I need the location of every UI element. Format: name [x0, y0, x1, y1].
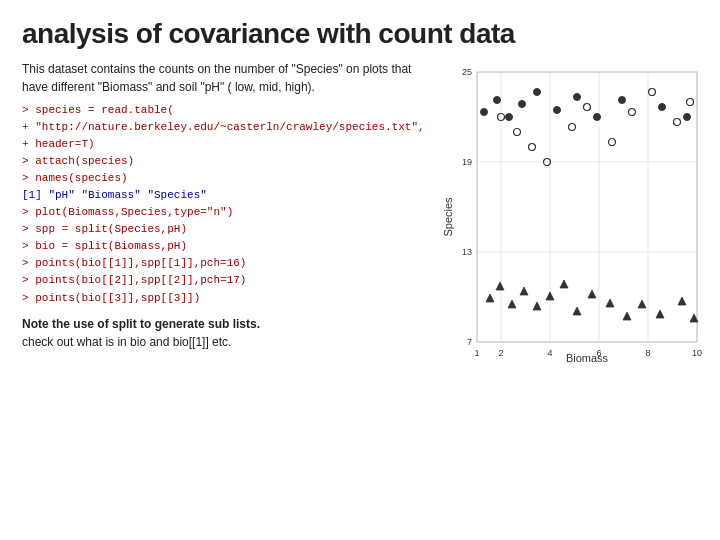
code-line-7: > plot(Biomass,Species,type="n")	[22, 204, 432, 221]
code-line-10: > points(bio[[1]],spp[[1]],pch=16)	[22, 255, 432, 272]
description-text: This dataset contains the counts on the …	[22, 60, 432, 96]
point-filled-circle	[619, 97, 626, 104]
code-line-2: + "http://nature.berkeley.edu/~casterln/…	[22, 119, 432, 136]
code-line-12: > points(bio[[3]],spp[[3]])	[22, 290, 432, 307]
point-filled-circle	[594, 114, 601, 121]
code-line-6: [1] "pH" "Biomass" "Species"	[22, 187, 432, 204]
point-filled-circle	[554, 107, 561, 114]
svg-text:2: 2	[498, 348, 503, 358]
page-title: analysis of covariance with count data	[22, 18, 698, 50]
point-filled-circle	[494, 97, 501, 104]
point-filled-circle	[506, 114, 513, 121]
page: analysis of covariance with count data T…	[0, 0, 720, 540]
right-panel: Species Biomass 7 13 19 25	[432, 60, 707, 372]
svg-text:10: 10	[692, 348, 702, 358]
point-filled-circle	[574, 94, 581, 101]
code-line-1: > species = read.table(	[22, 102, 432, 119]
point-filled-circle	[659, 104, 666, 111]
code-line-4: > attach(species)	[22, 153, 432, 170]
point-filled-circle	[481, 109, 488, 116]
svg-text:19: 19	[462, 157, 472, 167]
svg-text:7: 7	[467, 337, 472, 347]
scatter-plot: Species Biomass 7 13 19 25	[442, 62, 707, 372]
svg-text:1: 1	[474, 348, 479, 358]
point-filled-circle	[684, 114, 691, 121]
svg-text:8: 8	[645, 348, 650, 358]
svg-rect-0	[477, 72, 697, 342]
code-line-3: + header=T)	[22, 136, 432, 153]
code-line-9: > bio = split(Biomass,pH)	[22, 238, 432, 255]
code-line-5: > names(species)	[22, 170, 432, 187]
code-line-11: > points(bio[[2]],spp[[2]],pch=17)	[22, 272, 432, 289]
svg-text:4: 4	[547, 348, 552, 358]
left-panel: This dataset contains the counts on the …	[22, 60, 432, 351]
note-text: Note the use of split to generate sub li…	[22, 315, 402, 351]
x-axis-label: Biomass	[566, 352, 609, 364]
code-block: > species = read.table( + "http://nature…	[22, 102, 432, 307]
scatter-svg: Species Biomass 7 13 19 25	[442, 62, 707, 372]
point-filled-circle	[534, 89, 541, 96]
svg-text:25: 25	[462, 67, 472, 77]
code-line-8: > spp = split(Species,pH)	[22, 221, 432, 238]
point-filled-circle	[519, 101, 526, 108]
svg-text:13: 13	[462, 247, 472, 257]
svg-text:6: 6	[596, 348, 601, 358]
content-area: This dataset contains the counts on the …	[22, 60, 698, 372]
y-axis-label: Species	[442, 197, 454, 237]
